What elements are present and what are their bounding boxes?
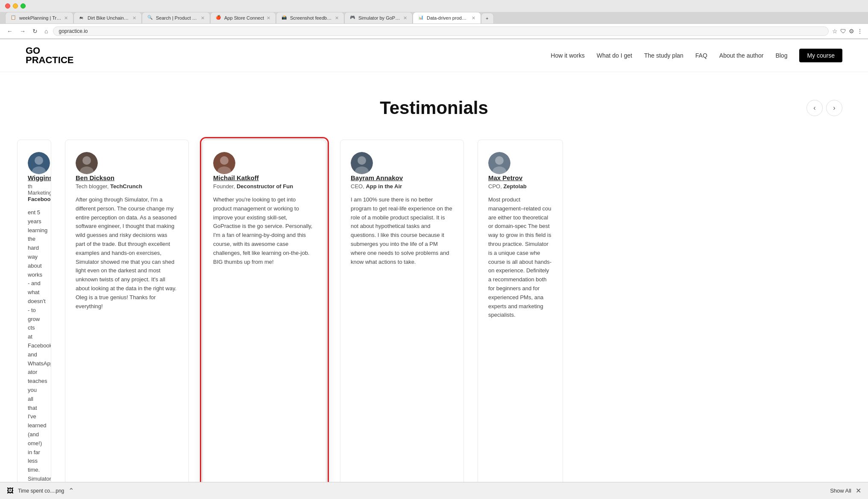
testimonial-card-michail-katkoff: Michail Katkoff Founder, Deconstructor o…	[202, 140, 326, 499]
back-button[interactable]: ←	[5, 27, 15, 35]
browser-actions: ☆ 🛡 ⚙ ⋮	[832, 28, 863, 35]
card-name-max-petrov[interactable]: Max Petrov	[488, 174, 552, 181]
logo-line2: PRACTICE	[26, 55, 73, 65]
avatar-michail-katkoff	[213, 152, 235, 174]
close-window-button[interactable]	[5, 3, 10, 9]
menu-button[interactable]: ⋮	[857, 28, 863, 35]
bookmark-button[interactable]: ☆	[832, 28, 838, 35]
browser-tabs: 📋weekPlanning | Trello✕🏍Dirt Bike Unchai…	[0, 12, 868, 23]
card-name-ben-dickson[interactable]: Ben Dickson	[76, 174, 178, 181]
address-bar[interactable]	[53, 26, 829, 36]
card-role-max-petrov: CPO, Zeptolab	[488, 183, 552, 190]
cards-scroll: Wiggins th Marketing, Facebook ent 5 yea…	[0, 135, 868, 499]
testimonial-card-ben-dickson: Ben Dickson Tech blogger, TechCrunch Aft…	[65, 140, 189, 499]
website: GO PRACTICE How it works What do I get T…	[0, 39, 868, 499]
browser-tab-5[interactable]: 🎮Simulator by GoPractice! – Tr...✕	[344, 12, 413, 23]
card-text-bayram-annakov: I am 100% sure there is no better progra…	[351, 196, 453, 266]
avatar-wiggins	[28, 152, 50, 174]
browser-tab-3[interactable]: 🍎App Store Connect✕	[210, 12, 276, 23]
browser-tab-1[interactable]: 🏍Dirt Bike Unchained – Soft Lau...✕	[73, 12, 142, 23]
nav-study-plan[interactable]: The study plan	[644, 52, 683, 59]
browser-addressbar: ← → ↻ ⌂ ☆ 🛡 ⚙ ⋮	[0, 23, 868, 39]
card-role-ben-dickson: Tech blogger, TechCrunch	[76, 183, 178, 190]
download-bar-close-button[interactable]: ✕	[856, 487, 861, 495]
card-text-wiggins: ent 5 years learning the hard way about …	[28, 208, 41, 499]
testimonial-card-max-petrov: Max Petrov CPO, Zeptolab Most product ma…	[478, 140, 563, 499]
svg-point-10	[358, 156, 366, 165]
nav-about-author[interactable]: About the author	[719, 52, 764, 59]
browser-chrome: 📋weekPlanning | Trello✕🏍Dirt Bike Unchai…	[0, 0, 868, 39]
extensions-button[interactable]: ⚙	[849, 28, 854, 35]
card-text-max-petrov: Most product management–related cou are …	[488, 196, 552, 320]
nav-faq[interactable]: FAQ	[695, 52, 707, 59]
svg-point-7	[220, 156, 229, 165]
shield-button[interactable]: 🛡	[840, 28, 846, 35]
avatar-bayram-annakov	[351, 152, 373, 174]
card-name-michail-katkoff[interactable]: Michail Katkoff	[213, 174, 316, 181]
browser-titlebar	[0, 0, 868, 12]
nav-links: How it works What do I get The study pla…	[551, 49, 842, 62]
download-file-icon: 🖼	[7, 487, 14, 495]
testimonials-section: Testimonials ‹ › Wiggins th Marketing, F…	[0, 72, 868, 499]
site-logo: GO PRACTICE	[26, 46, 73, 65]
maximize-window-button[interactable]	[21, 3, 26, 9]
traffic-lights	[5, 3, 26, 9]
browser-tab-2[interactable]: 🔍Search | Product Hunt✕	[142, 12, 210, 23]
avatar-ben-dickson	[76, 152, 98, 174]
card-name-wiggins[interactable]: Wiggins	[28, 174, 41, 181]
card-role-bayram-annakov: CEO, App in the Air	[351, 183, 453, 190]
show-all-button[interactable]: Show All	[830, 487, 851, 494]
card-role-michail-katkoff: Founder, Deconstructor of Fun	[213, 183, 316, 190]
card-role-wiggins: th Marketing, Facebook	[28, 183, 41, 202]
download-bar: 🖼 Time spent co....png ⌃ Show All ✕	[0, 482, 868, 499]
testimonials-title: Testimonials	[380, 98, 488, 118]
card-name-bayram-annakov[interactable]: Bayram Annakov	[351, 174, 453, 181]
logo-line1: GO	[26, 46, 73, 55]
download-chevron-icon[interactable]: ⌃	[68, 487, 74, 495]
minimize-window-button[interactable]	[13, 3, 18, 9]
carousel-next-button[interactable]: ›	[826, 100, 842, 116]
svg-point-13	[495, 156, 504, 165]
browser-tab-6[interactable]: 📊Data-driven product manage...✕	[413, 12, 481, 23]
site-nav: GO PRACTICE How it works What do I get T…	[0, 39, 868, 72]
svg-point-1	[35, 156, 43, 165]
card-text-ben-dickson: After going through Simulator, I'm a dif…	[76, 196, 178, 311]
carousel-controls: ‹ ›	[806, 100, 842, 116]
my-course-button[interactable]: My course	[799, 49, 842, 62]
nav-how-it-works[interactable]: How it works	[551, 52, 584, 59]
avatar-max-petrov	[488, 152, 510, 174]
testimonial-card-wiggins: Wiggins th Marketing, Facebook ent 5 yea…	[17, 140, 51, 499]
carousel-prev-button[interactable]: ‹	[806, 100, 823, 116]
nav-blog[interactable]: Blog	[775, 52, 787, 59]
forward-button[interactable]: →	[18, 27, 27, 35]
testimonial-card-bayram-annakov: Bayram Annakov CEO, App in the Air I am …	[340, 140, 464, 499]
svg-point-4	[82, 156, 91, 165]
browser-tab-7[interactable]: +	[481, 13, 494, 23]
nav-what-do-i-get[interactable]: What do I get	[597, 52, 632, 59]
browser-tab-0[interactable]: 📋weekPlanning | Trello✕	[5, 12, 73, 23]
card-text-michail-katkoff: Whether you're looking to get into produ…	[213, 196, 316, 266]
testimonials-header: Testimonials ‹ ›	[0, 98, 868, 118]
refresh-button[interactable]: ↻	[31, 27, 39, 35]
home-button[interactable]: ⌂	[43, 27, 50, 35]
browser-tab-4[interactable]: 📸Screenshot feedback – Googl...✕	[276, 12, 344, 23]
download-filename: Time spent co....png	[18, 488, 64, 494]
